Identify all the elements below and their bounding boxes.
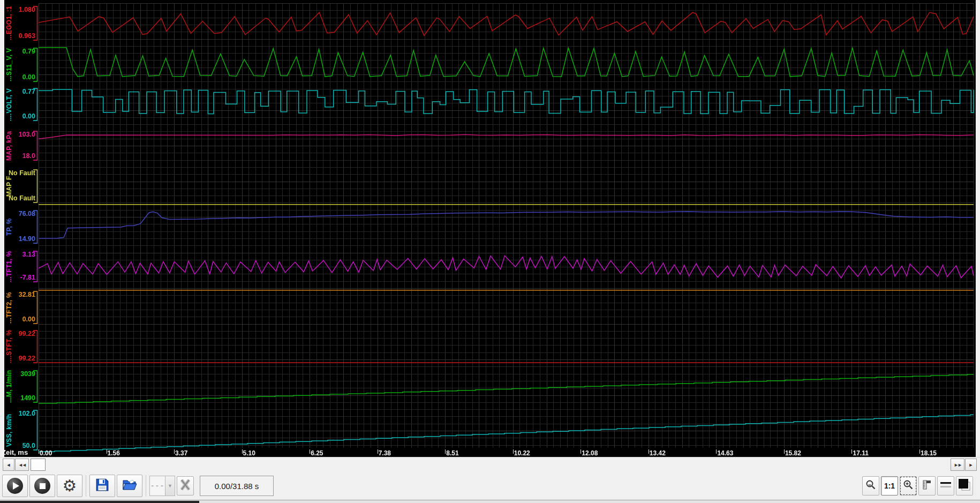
markers-off-button[interactable] <box>177 476 194 496</box>
zoom-out-button[interactable] <box>862 476 879 496</box>
play-icon <box>7 478 23 494</box>
gear-icon: ⚙ <box>63 478 77 494</box>
zoom-1to1-button[interactable]: 1:1 <box>881 476 898 496</box>
line-width-button[interactable] <box>937 476 954 496</box>
settings-button[interactable]: ⚙ <box>57 475 82 497</box>
zoom-ratio-label: 1:1 <box>884 482 895 490</box>
data-logger-window: ...EGO1, :11.0800.963...S11_V, V0.790.00… <box>0 0 980 503</box>
color-swatch-icon <box>958 478 971 493</box>
stop-button[interactable] <box>29 475 55 497</box>
scroll-fast-left-button[interactable]: ◄◄ <box>15 459 29 471</box>
step-right-icon: ► <box>969 462 974 468</box>
time-position-display: 0.00/31.88 s <box>200 476 274 496</box>
line-style-select[interactable]: --- ▼ <box>149 476 175 496</box>
background-color-button[interactable] <box>956 476 973 496</box>
waveform-canvas[interactable] <box>0 0 980 457</box>
open-file-button[interactable] <box>117 475 142 497</box>
fast-left-icon: ◄◄ <box>18 462 26 468</box>
time-position-value: 0.00/31.88 s <box>215 482 259 491</box>
zoom-toolbar: 1:1 <box>862 476 975 496</box>
line-style-value: --- <box>150 476 165 496</box>
ruler-icon <box>922 479 932 492</box>
magnifier-minus-icon <box>865 479 876 492</box>
toolbar-separator <box>86 475 86 497</box>
save-button[interactable] <box>89 475 115 497</box>
line-thickness-icon <box>940 481 952 491</box>
floppy-save-icon <box>95 478 109 494</box>
scroll-fast-right-button[interactable]: ►► <box>951 459 964 471</box>
chart-panel: ...EGO1, :11.0800.963...S11_V, V0.790.00… <box>0 0 980 457</box>
stop-icon <box>34 478 50 494</box>
magnifier-plus-icon <box>903 479 914 492</box>
crossed-out-icon <box>179 478 192 493</box>
time-scrollbar: ◄ ◄◄ ►► ► <box>0 457 980 472</box>
scroll-step-right-button[interactable]: ► <box>965 459 977 471</box>
fast-right-icon: ►► <box>954 462 961 468</box>
main-toolbar: ⚙ <box>0 472 980 500</box>
play-button[interactable] <box>2 475 28 497</box>
bottom-dark-strip <box>0 501 199 503</box>
step-left-icon: ◄ <box>6 462 11 468</box>
toolbar-separator <box>146 475 146 497</box>
scrollbar-thumb[interactable] <box>31 459 46 471</box>
zoom-in-select-button[interactable] <box>900 476 917 496</box>
measure-button[interactable] <box>918 476 936 496</box>
open-folder-icon <box>122 478 137 494</box>
scrollbar-track[interactable] <box>46 459 951 471</box>
chevron-down-icon: ▼ <box>165 476 175 496</box>
scroll-step-left-button[interactable]: ◄ <box>3 459 14 471</box>
bottom-edge <box>0 500 980 503</box>
